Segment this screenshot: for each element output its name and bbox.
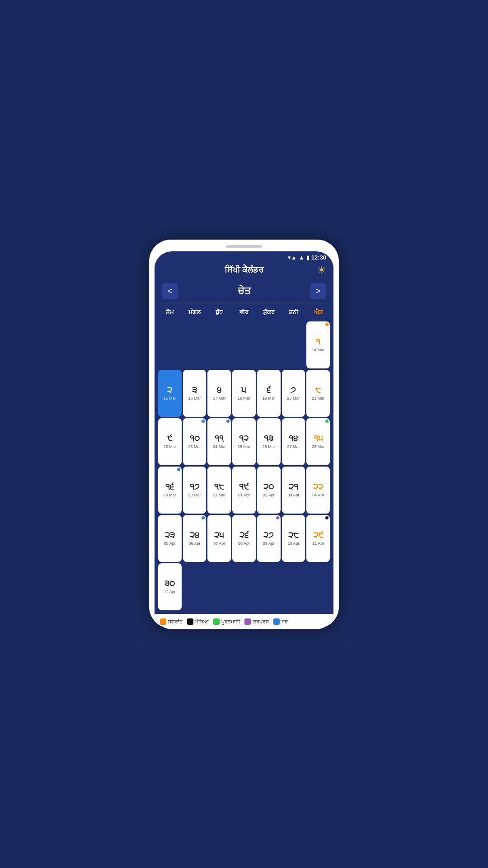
day-cell[interactable]: ੧੮31 Mar — [207, 467, 231, 514]
day-cell[interactable]: ੩੦12 Apr — [158, 563, 182, 610]
next-month-button[interactable]: > — [310, 283, 326, 299]
dot-indicator-blue — [202, 516, 205, 519]
day-cell[interactable]: ੧੬29 Mar — [158, 467, 182, 514]
day-cell[interactable]: ੨੬08 Apr — [232, 515, 256, 562]
day-cell[interactable]: ੨੦02 Apr — [257, 467, 281, 514]
day-greg: 09 Apr — [263, 541, 275, 546]
day-cell-empty — [257, 321, 281, 368]
legend-item: ਗੁਰਪੁਰਬ — [244, 618, 269, 625]
day-cell[interactable]: ੨੯11 Apr — [306, 515, 330, 562]
day-greg: 29 Mar — [164, 493, 176, 497]
day-greg: 18 Mar — [238, 396, 250, 401]
day-cell[interactable]: ੨15 Mar — [158, 370, 182, 417]
day-cell[interactable]: ੭20 Mar — [282, 370, 305, 417]
day-cell[interactable]: ੨੨04 Apr — [306, 467, 330, 514]
month-nav: < ਚੇਤ > — [155, 279, 333, 303]
legend-label: ਪੂਰਨਮਾਸੀ — [221, 619, 240, 625]
day-cell[interactable]: ੧੦23 Mar — [183, 418, 206, 465]
day-greg: 12 Apr — [164, 590, 176, 594]
day-numeral: ੧੮ — [214, 483, 224, 492]
status-time: 12:30 — [311, 254, 326, 261]
day-cell[interactable]: ੮21 Mar — [306, 370, 330, 417]
day-cell[interactable]: ੧੧24 Mar — [207, 418, 231, 465]
legend-dot-blue — [273, 618, 280, 625]
day-greg: 16 Mar — [188, 396, 201, 401]
day-cell[interactable]: ੪17 Mar — [207, 370, 231, 417]
day-greg: 07 Apr — [213, 541, 225, 546]
day-numeral: ੧੨ — [239, 434, 249, 443]
day-cell[interactable]: ੧੪27 Mar — [282, 418, 305, 465]
app-title: ਸਿੱਖੀ ਕੈਲੰਡਰ — [225, 265, 263, 275]
day-cell-empty — [158, 321, 182, 368]
day-greg: 02 Apr — [263, 493, 275, 497]
day-greg: 04 Apr — [312, 493, 324, 497]
day-greg: 01 Apr — [238, 493, 250, 497]
phone-notch — [226, 245, 262, 248]
day-cell[interactable]: ੨੭09 Apr — [257, 515, 281, 562]
status-icons: ▾▲ ▲ ▮ 12:30 — [288, 254, 326, 261]
day-numeral: ੧ — [316, 338, 320, 347]
weekday-header: ਸੋਮਮੰਗਲਬੁੱਧਵੀਰਸ਼ੁੱਕਰਸ਼ਨੀਐਤ — [155, 303, 333, 320]
day-cell-empty — [257, 563, 281, 610]
day-cell-empty — [207, 321, 231, 368]
month-title: ਚੇਤ — [238, 285, 251, 297]
day-numeral: ੪ — [217, 386, 221, 395]
calendar-grid: ੧14 Mar੨15 Mar੩16 Mar੪17 Mar੫18 Mar੬19 M… — [155, 320, 333, 614]
day-numeral: ੨੧ — [289, 483, 298, 492]
day-numeral: ੧੯ — [239, 483, 249, 492]
day-cell[interactable]: ੨੪06 Apr — [183, 515, 206, 562]
dot-indicator-purple — [276, 516, 279, 519]
day-numeral: ੨੦ — [263, 483, 274, 492]
day-cell[interactable]: ੨੩05 Apr — [158, 515, 182, 562]
day-cell[interactable]: ੩16 Mar — [183, 370, 206, 417]
day-cell[interactable]: ੨੧03 Apr — [282, 467, 305, 514]
dot-indicator-blue — [177, 468, 180, 471]
day-greg: 20 Mar — [287, 396, 300, 401]
day-cell-empty — [282, 321, 305, 368]
dot-indicator-blue — [202, 420, 205, 423]
day-greg: 25 Mar — [238, 444, 250, 449]
weekday-cell: ਬੁੱਧ — [207, 307, 231, 318]
day-numeral: ੧੪ — [289, 434, 298, 443]
legend-item: ਪੂਰਨਮਾਸੀ — [213, 618, 240, 625]
day-numeral: ੨ — [167, 386, 172, 395]
legend-dot-black — [187, 618, 193, 625]
day-greg: 06 Apr — [189, 541, 201, 546]
day-greg: 10 Apr — [287, 541, 299, 546]
legend-label: ਮੱਸਿਆ — [195, 619, 209, 625]
prev-month-button[interactable]: < — [162, 283, 178, 299]
day-cell[interactable]: ੧੯01 Apr — [232, 467, 256, 514]
day-cell[interactable]: ੨੫07 Apr — [207, 515, 231, 562]
day-greg: 11 Apr — [312, 541, 324, 546]
day-greg: 14 Mar — [312, 348, 324, 352]
day-numeral: ੩ — [192, 386, 197, 395]
sun-icon[interactable]: ☀ — [317, 264, 326, 276]
dot-indicator-blue — [226, 420, 230, 423]
day-cell-empty — [232, 563, 256, 610]
day-numeral: ੬ — [267, 386, 271, 395]
weekday-cell: ਸ਼ਨੀ — [282, 307, 305, 318]
day-numeral: ੨੬ — [239, 531, 249, 540]
day-cell[interactable]: ੧੭30 Mar — [183, 467, 206, 514]
legend-label: ਗੁਰਪੁਰਬ — [253, 619, 269, 625]
day-numeral: ੧੬ — [165, 483, 174, 492]
day-cell[interactable]: ੯22 Mar — [158, 418, 182, 465]
day-cell-empty — [306, 563, 330, 610]
day-numeral: ੨੩ — [165, 531, 175, 540]
day-greg: 31 Mar — [213, 493, 225, 497]
day-numeral: ੮ — [315, 386, 321, 395]
legend-item: ਸ਼ਰ — [273, 618, 288, 625]
phone-outer: ▾▲ ▲ ▮ 12:30 ਸਿੱਖੀ ਕੈਲੰਡਰ ☀ < ਚੇਤ > ਸੋਮਮ… — [149, 240, 339, 628]
day-greg: 21 Mar — [312, 396, 324, 401]
day-cell[interactable]: ੧੫28 Mar — [306, 418, 330, 465]
day-cell[interactable]: ੬19 Mar — [257, 370, 281, 417]
day-cell[interactable]: ੧੩26 Mar — [257, 418, 281, 465]
day-cell[interactable]: ੫18 Mar — [232, 370, 256, 417]
weekday-cell: ਸ਼ੁੱਕਰ — [257, 307, 281, 318]
weekday-cell: ਵੀਰ — [232, 307, 256, 318]
day-cell[interactable]: ੧14 Mar — [306, 321, 330, 368]
day-cell[interactable]: ੧੨25 Mar — [232, 418, 256, 465]
day-cell[interactable]: ੨੮10 Apr — [282, 515, 305, 562]
day-cell-empty — [232, 321, 256, 368]
day-numeral: ੫ — [241, 386, 246, 395]
